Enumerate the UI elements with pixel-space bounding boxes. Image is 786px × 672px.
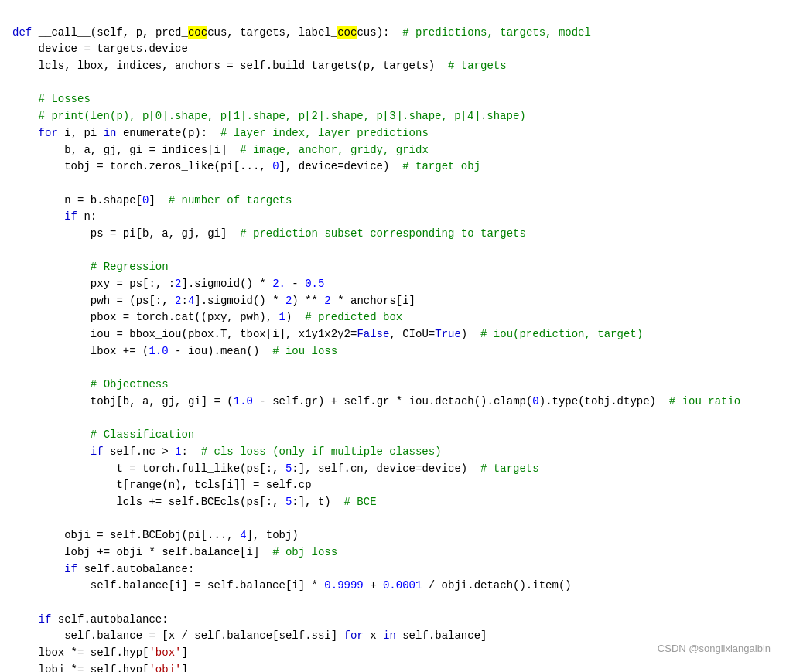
watermark: CSDN @songlixiangaibin bbox=[658, 641, 771, 657]
code-block: def __call__(self, p, pred_coccus, targe… bbox=[12, 8, 774, 672]
